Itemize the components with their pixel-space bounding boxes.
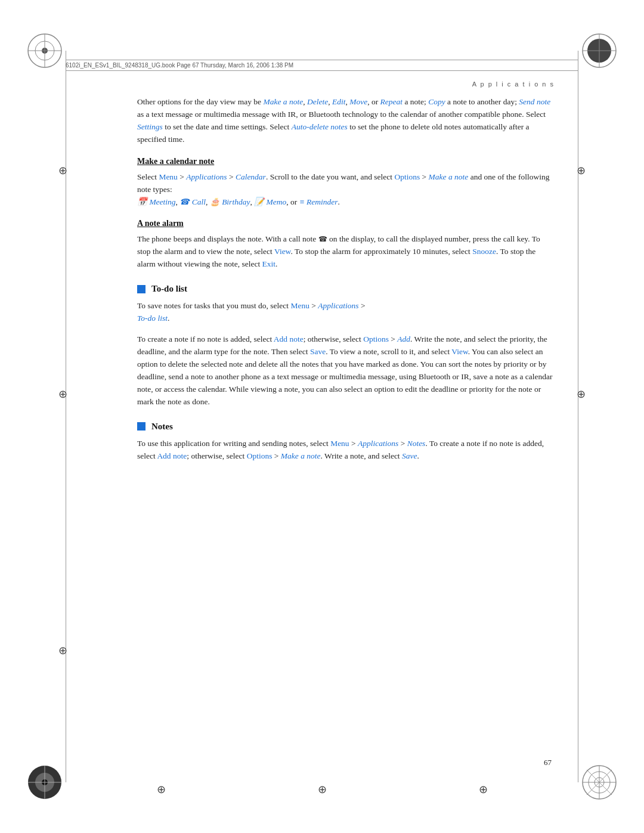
blue-square-todo <box>137 285 145 293</box>
notes-body: To use this application for writing and … <box>137 438 555 463</box>
right-crosshair-mid: ⊕ <box>577 388 586 401</box>
note-alarm-body: The phone beeps and displays the note. W… <box>137 233 555 271</box>
save-link-todo[interactable]: Save <box>310 347 326 356</box>
snooze-link[interactable]: Snooze <box>472 247 496 256</box>
add-note-link[interactable]: Add note <box>274 335 304 343</box>
header-bar: 6102i_EN_ESv1_BIL_9248318_UG.book Page 6… <box>66 60 578 71</box>
right-border-line <box>578 51 578 782</box>
corner-decoration-tl <box>27 33 63 69</box>
todo-list-link[interactable]: To-do list <box>137 314 168 323</box>
make-a-note-link[interactable]: Make a note <box>263 97 303 106</box>
todo-list-heading-text: To-do list <box>151 284 187 294</box>
birthday-icon-text: 🎂 Birthday <box>210 197 250 206</box>
meeting-icon-text: 📅 Meeting <box>137 197 176 206</box>
notes-link[interactable]: Notes <box>407 439 426 448</box>
options-link-1[interactable]: Options <box>394 172 420 181</box>
left-border-line <box>66 51 66 782</box>
call-note-icon: ☎ <box>318 235 327 243</box>
corner-decoration-br <box>581 764 617 800</box>
make-a-note-link-2[interactable]: Make a note <box>429 172 469 181</box>
options-link-todo[interactable]: Options <box>363 335 389 343</box>
edit-link[interactable]: Edit <box>332 97 346 106</box>
blue-square-notes <box>137 422 145 431</box>
corner-decoration-bl <box>27 764 63 800</box>
auto-delete-notes-link[interactable]: Auto-delete notes <box>292 122 348 131</box>
notes-heading-text: Notes <box>151 422 173 432</box>
applications-link-1[interactable]: Applications <box>186 172 227 181</box>
left-crosshair-top: ⊕ <box>58 164 67 177</box>
left-crosshair-mid: ⊕ <box>58 388 67 401</box>
menu-link-1[interactable]: Menu <box>159 172 178 181</box>
delete-link[interactable]: Delete <box>307 97 328 106</box>
right-crosshair-top: ⊕ <box>577 164 586 177</box>
todo-list-para1: To save notes for tasks that you must do… <box>137 300 555 325</box>
view-link-1[interactable]: View <box>274 247 291 256</box>
page: ⊕ ⊕ ⊕ ⊕ ⊕ ⊕ ⊕ ⊕ 6102i_EN_ESv1_BIL_924831… <box>0 0 644 833</box>
bottom-left-crosshair: ⊕ <box>157 783 166 796</box>
page-number: 67 <box>544 758 552 767</box>
make-calendar-note-heading: Make a calendar note <box>137 157 555 166</box>
bottom-right-crosshair: ⊕ <box>479 783 488 796</box>
memo-icon-text: 📝 Memo <box>254 197 286 206</box>
menu-link-notes[interactable]: Menu <box>330 439 349 448</box>
notes-heading-container: Notes <box>137 422 555 432</box>
exit-link[interactable]: Exit <box>262 259 276 268</box>
make-a-note-link-notes[interactable]: Make a note <box>281 451 321 460</box>
call-icon-text: ☎ Call <box>179 197 206 206</box>
left-crosshair-bot: ⊕ <box>58 644 67 657</box>
repeat-link[interactable]: Repeat <box>380 97 402 106</box>
content-area: A p p l i c a t i o n s Other options fo… <box>137 80 555 470</box>
make-calendar-note-body: Select Menu > Applications > Calendar. S… <box>137 171 555 209</box>
file-info: 6102i_EN_ESv1_BIL_9248318_UG.book Page 6… <box>66 62 293 69</box>
note-text: note <box>173 451 187 460</box>
move-link[interactable]: Move <box>349 97 367 106</box>
section-label: A p p l i c a t i o n s <box>137 80 555 88</box>
save-link-notes[interactable]: Save <box>402 451 417 460</box>
add-link-todo[interactable]: Add <box>397 335 410 343</box>
applications-link-todo[interactable]: Applications <box>318 301 358 310</box>
options-link-notes[interactable]: Options <box>247 451 273 460</box>
menu-link-todo[interactable]: Menu <box>290 301 309 310</box>
bottom-center-crosshair: ⊕ <box>318 783 327 796</box>
settings-link[interactable]: Settings <box>137 122 163 131</box>
todo-list-heading-container: To-do list <box>137 284 555 294</box>
note-alarm-heading: A note alarm <box>137 219 555 228</box>
add-note-link-notes[interactable]: Add <box>157 451 171 460</box>
calendar-link[interactable]: Calendar <box>236 172 266 181</box>
corner-decoration-tr <box>581 33 617 69</box>
view-link-todo[interactable]: View <box>451 347 468 356</box>
copy-link[interactable]: Copy <box>428 97 445 106</box>
send-note-link[interactable]: Send note <box>519 97 550 106</box>
intro-paragraph: Other options for the day view may be Ma… <box>137 96 555 146</box>
reminder-icon-text: ≡ Reminder <box>299 197 338 206</box>
applications-link-notes[interactable]: Applications <box>358 439 398 448</box>
todo-list-para2: To create a note if no note is added, se… <box>137 333 555 408</box>
